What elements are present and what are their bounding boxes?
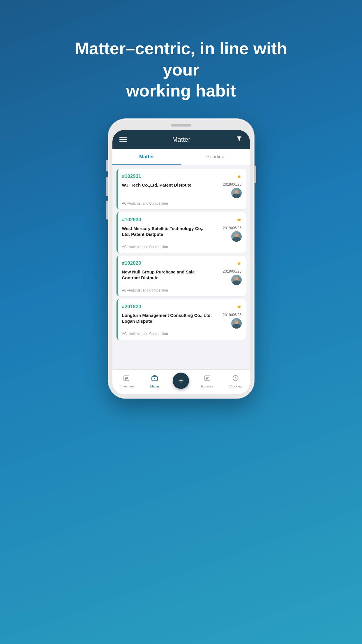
- matter-category-0: AC–Antitrust and Competition: [122, 201, 168, 206]
- avatar-2: [231, 275, 242, 285]
- avatar-1: [231, 231, 242, 242]
- matter-list: #102931 ★ WJI Tech Co.,Ltd. Patent Distp…: [112, 165, 250, 369]
- add-icon: +: [178, 376, 184, 385]
- matter-date-2: 2019/06/26: [223, 269, 241, 273]
- matter-title-2: New Null Group Purchase and Sale Contrac…: [122, 269, 216, 281]
- matter-date-0: 2019/06/26: [223, 182, 241, 187]
- app-header: Matter: [112, 130, 250, 149]
- phone-screen: Matter Matter Pending #102931: [112, 130, 250, 394]
- matter-title-0: WJI Tech Co.,Ltd. Patent Distpute: [122, 182, 216, 188]
- matter-card-1[interactable]: #102930 ★ West Mercury Satellite Technol…: [116, 212, 246, 253]
- bottom-nav: Timesheet Matter +: [112, 369, 250, 394]
- page-headline: Matter–centric, in line with your workin…: [65, 38, 298, 101]
- matter-category-2: AC–Antitrust and Competition: [122, 288, 168, 292]
- matter-number-2: #102820: [122, 260, 141, 266]
- matter-card-0[interactable]: #102931 ★ WJI Tech Co.,Ltd. Patent Distp…: [116, 169, 246, 209]
- nav-item-timesheet[interactable]: Timesheet: [116, 375, 137, 388]
- matter-number-1: #102930: [122, 217, 141, 223]
- tab-pending[interactable]: Pending: [181, 149, 250, 165]
- add-button[interactable]: +: [173, 373, 189, 389]
- avatar-3: [231, 318, 242, 329]
- nav-item-expense[interactable]: Expense: [197, 375, 218, 388]
- phone-mockup: Matter Matter Pending #102931: [108, 119, 254, 398]
- star-icon-2[interactable]: ★: [236, 260, 242, 267]
- matter-nav-icon: [151, 375, 158, 383]
- star-icon-1[interactable]: ★: [236, 216, 242, 223]
- matter-card-2[interactable]: #102820 ★ New Null Group Purchase and Sa…: [116, 256, 246, 296]
- matter-category-3: AC–Antitrust and Competition: [122, 332, 168, 336]
- matter-date-3: 2019/06/26: [223, 313, 241, 317]
- matter-number-3: #201820: [122, 304, 141, 310]
- matter-title-1: West Mercury Satellite Technology Co,. L…: [122, 226, 216, 238]
- nav-item-clocking[interactable]: Clocking: [225, 375, 246, 388]
- star-icon-0[interactable]: ★: [236, 173, 242, 180]
- avatar-0: [231, 188, 242, 198]
- matter-card-3[interactable]: #201820 ★ Longturn Management Consulting…: [116, 299, 246, 340]
- matter-number-0: #102931: [122, 173, 141, 179]
- nav-label-timesheet: Timesheet: [119, 385, 134, 388]
- star-icon-3[interactable]: ★: [236, 303, 242, 310]
- filter-icon[interactable]: [236, 135, 243, 144]
- expense-icon: [204, 375, 211, 383]
- nav-label-clocking: Clocking: [229, 385, 242, 388]
- clocking-icon: [232, 375, 239, 383]
- phone-speaker: [171, 124, 191, 127]
- matter-date-1: 2019/06/26: [223, 226, 241, 230]
- hamburger-icon[interactable]: [119, 137, 127, 142]
- tab-matter[interactable]: Matter: [112, 149, 181, 165]
- nav-label-expense: Expense: [201, 385, 213, 388]
- tabs-bar: Matter Pending: [112, 149, 250, 165]
- matter-title-3: Longturn Management Consulting Co., Ltd.…: [122, 313, 216, 324]
- app-title: Matter: [172, 136, 190, 143]
- timesheet-icon: [123, 375, 130, 383]
- matter-category-1: AC–Antitrust and Competition: [122, 245, 168, 249]
- nav-label-matter: Matter: [150, 385, 159, 388]
- nav-item-matter[interactable]: Matter: [144, 375, 165, 388]
